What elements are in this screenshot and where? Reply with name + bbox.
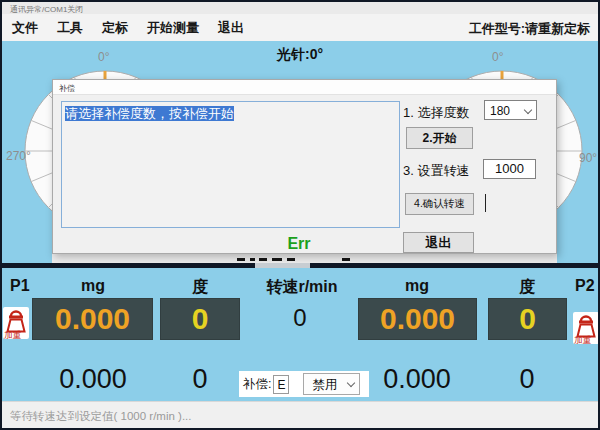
p2-degree-secondary: 0 [519, 364, 534, 395]
p1-degree-secondary: 0 [192, 364, 207, 395]
compensation-select-value: 禁用 [312, 377, 337, 394]
menu-file[interactable]: 文件 [12, 19, 38, 37]
step3-label: 3. 设置转速 [403, 162, 469, 180]
menu-calibrate[interactable]: 定标 [102, 19, 128, 37]
p1-label: P1 [10, 277, 30, 295]
menu-start-measure[interactable]: 开始测量 [147, 19, 199, 37]
right-dial-90-label: 90° [579, 151, 597, 165]
status-text: 等待转速达到设定值( 1000 r/min )... [10, 409, 191, 424]
p1-degree-display: 0 [160, 298, 240, 340]
compensation-mode-field[interactable]: E [273, 375, 289, 394]
degree-value: 180 [490, 104, 510, 118]
p2-mg-display: 0.000 [358, 298, 477, 340]
speed-header: 转速r/min [266, 277, 337, 298]
p2-degree-display: 0 [488, 298, 567, 340]
start-button[interactable]: 2.开始 [406, 127, 473, 149]
degree-select[interactable]: 180 [484, 100, 537, 120]
dialog-titlebar[interactable]: 补偿 [53, 80, 556, 95]
compensation-select[interactable]: 禁用 [303, 373, 360, 395]
left-dial-270-label: 270° [6, 149, 31, 163]
right-dial-zero-label: 0° [492, 50, 503, 64]
chevron-down-icon [524, 106, 532, 114]
p2-mg-secondary: 0.000 [383, 364, 451, 395]
speed-input[interactable]: 1000 [483, 159, 536, 179]
menu-tools[interactable]: 工具 [57, 19, 83, 37]
add-weight-text: 加重 [4, 330, 22, 339]
p1-mg-header: mg [81, 277, 105, 295]
application-window: 通讯异常/COM1关闭 文件 工具 定标 开始测量 退出 工件型号:请重新定标 … [0, 0, 600, 430]
dialog-message: 请选择补偿度数，按补偿开始 [65, 106, 234, 121]
step1-label: 1. 选择度数 [403, 104, 469, 122]
measurement-panel: P1 mg 度 转速r/min mg 度 P2 加重 0.000 0 0 0.0… [2, 268, 598, 401]
compensation-control: 补偿: E 禁用 [239, 371, 369, 397]
add-weight-icon-p2: 加重 [573, 312, 599, 344]
window-titlebar[interactable]: 通讯异常/COM1关闭 [2, 2, 598, 14]
message-box[interactable]: 请选择补偿度数，按补偿开始 [61, 101, 400, 228]
light-pointer-label: 光针:0° [2, 46, 598, 64]
background-peek [52, 254, 557, 263]
workpiece-model-label: 工件型号:请重新定标 [469, 20, 590, 38]
p2-label: P2 [575, 277, 595, 295]
p1-mg-secondary: 0.000 [59, 364, 127, 395]
speed-display: 0 [293, 304, 306, 332]
dial-area: 光针:0° 0° 270° 0° 90° 补偿 [2, 41, 598, 263]
confirm-speed-button[interactable]: 4.确认转速 [405, 193, 474, 215]
compensation-label: 补偿: [243, 376, 271, 393]
p1-degree-header: 度 [192, 277, 208, 298]
chevron-down-icon [347, 379, 355, 387]
menu-exit[interactable]: 退出 [218, 19, 244, 37]
dialog-exit-button[interactable]: 退出 [403, 232, 474, 253]
compensation-dialog: 补偿 请选择补偿度数，按补偿开始 1. 选择度数 180 2.开始 3. 设置转… [52, 79, 557, 254]
p1-mg-display: 0.000 [32, 298, 153, 340]
menu-bar: 文件 工具 定标 开始测量 退出 工件型号:请重新定标 [2, 14, 598, 41]
error-status: Err [287, 235, 310, 253]
p2-degree-header: 度 [519, 277, 535, 298]
status-bar: 等待转速达到设定值( 1000 r/min )... [2, 401, 598, 428]
add-weight-icon-p1: 加重 [3, 307, 29, 339]
left-dial-zero-label: 0° [98, 50, 109, 64]
add-weight-text: 加重 [574, 335, 592, 344]
text-cursor [485, 194, 486, 212]
p2-mg-header: mg [405, 277, 429, 295]
dialog-title: 补偿 [59, 83, 75, 94]
